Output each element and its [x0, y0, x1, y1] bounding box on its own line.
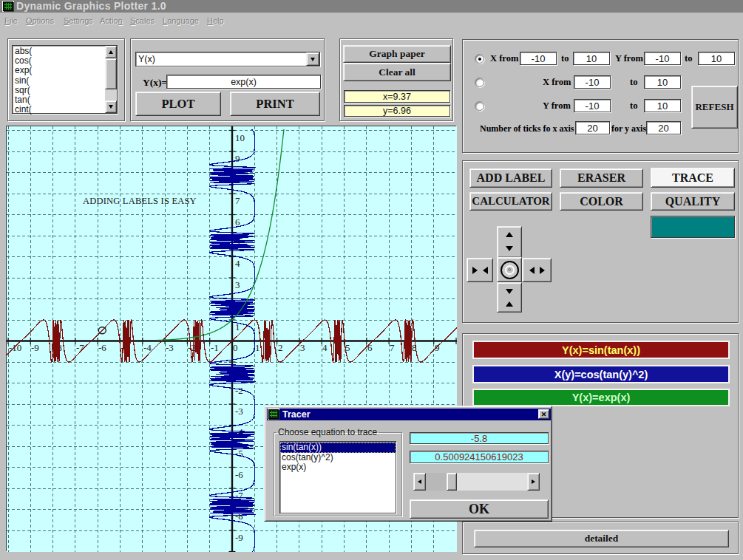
svg-text:3: 3 [300, 342, 305, 353]
svg-text:9: 9 [235, 153, 240, 164]
svg-text:-9: -9 [31, 342, 39, 353]
svg-text:7: 7 [390, 342, 395, 353]
svg-text:-3: -3 [235, 406, 243, 417]
svg-text:0: 0 [233, 342, 238, 353]
svg-text:4: 4 [235, 258, 240, 269]
svg-text:2: 2 [278, 342, 283, 353]
svg-text:3: 3 [235, 279, 240, 290]
svg-text:-9: -9 [235, 532, 243, 543]
svg-text:1: 1 [255, 342, 260, 353]
svg-text:-6: -6 [98, 342, 106, 353]
svg-text:-1: -1 [211, 342, 219, 353]
svg-text:9: 9 [435, 342, 440, 353]
svg-text:10: 10 [235, 132, 245, 143]
svg-text:-6: -6 [235, 469, 243, 480]
svg-text:-2: -2 [235, 385, 243, 396]
svg-text:7: 7 [235, 195, 240, 206]
svg-text:4: 4 [322, 342, 328, 353]
svg-text:ADDING LABELS IS EASY: ADDING LABELS IS EASY [83, 196, 197, 206]
svg-text:-3: -3 [166, 342, 174, 353]
